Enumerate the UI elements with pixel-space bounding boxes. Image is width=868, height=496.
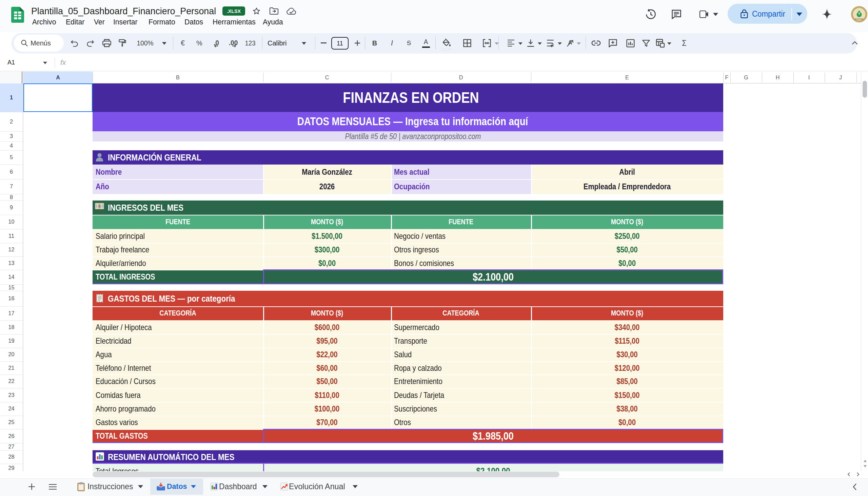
svg-text:$: $ [858,12,860,15]
svg-text:AVANZA: AVANZA [855,18,864,20]
svg-text:$: $ [99,204,101,208]
